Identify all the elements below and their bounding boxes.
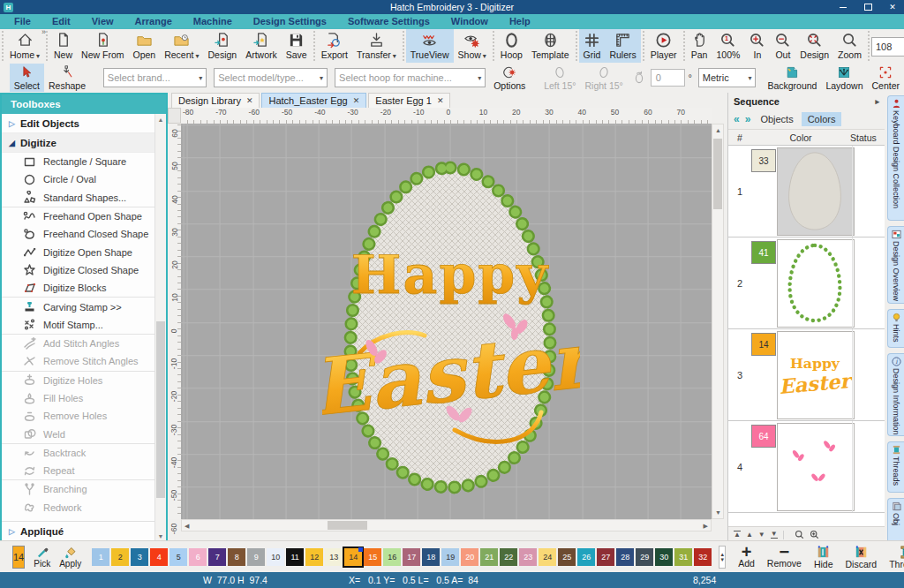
- show-button[interactable]: Show: [454, 29, 491, 63]
- laydown-button[interactable]: Laydown: [821, 64, 867, 92]
- palette-swatch[interactable]: 23: [519, 548, 537, 566]
- recent-button[interactable]: Recent: [160, 29, 203, 63]
- palette-swatch[interactable]: 12: [305, 548, 323, 566]
- minimize-button[interactable]: [837, 2, 849, 12]
- toolbox-group-applique[interactable]: ▷ Appliqué: [2, 521, 155, 541]
- move-down-icon[interactable]: ▼: [758, 531, 765, 539]
- scrollbar-thumb[interactable]: [156, 321, 165, 498]
- palette-swatch[interactable]: 4: [150, 548, 168, 566]
- tab-hatch-easter-egg[interactable]: Hatch_Easter Egg✕: [261, 93, 366, 108]
- palette-swatch[interactable]: 7: [208, 548, 226, 566]
- palette-swatch[interactable]: 16: [383, 548, 401, 566]
- move-to-top-icon[interactable]: ▲: [734, 531, 741, 539]
- sequence-row[interactable]: 4 64: [728, 421, 885, 513]
- easter-egg-design[interactable]: Happy Easter: [322, 161, 580, 494]
- palette-swatch[interactable]: 25: [558, 548, 576, 566]
- tab-design-information[interactable]: i Design Information: [887, 353, 904, 436]
- move-to-bottom-icon[interactable]: ▼: [771, 531, 778, 539]
- scroll-left-icon[interactable]: ◀: [185, 523, 189, 530]
- tab-threads[interactable]: Threads: [887, 441, 904, 493]
- tool-remove-holes[interactable]: Remove Holes: [2, 407, 155, 425]
- tab-keyboard-design-collection[interactable]: Keyboard Design Collection: [887, 95, 904, 221]
- close-button[interactable]: ✕: [886, 2, 899, 12]
- toolbox-group-edit-objects[interactable]: ▷ Edit Objects: [2, 114, 155, 133]
- threads-button[interactable]: Threads: [889, 546, 904, 569]
- export-button[interactable]: Export: [317, 29, 352, 63]
- design-canvas[interactable]: Happy Easter: [181, 124, 712, 519]
- pan-button[interactable]: Pan: [687, 29, 712, 63]
- palette-swatch[interactable]: 13: [325, 548, 343, 566]
- add-color-button[interactable]: + Add: [738, 546, 755, 569]
- palette-swatch[interactable]: 6: [189, 548, 207, 566]
- palette-swatch[interactable]: 18: [422, 548, 440, 566]
- grid-toggle[interactable]: Grid: [579, 29, 606, 63]
- current-color-swatch[interactable]: 14: [12, 546, 25, 569]
- insert-artwork-button[interactable]: Artwork: [241, 29, 282, 63]
- select-tool-button[interactable]: Select: [10, 64, 44, 92]
- pick-color-button[interactable]: Pick: [34, 546, 50, 569]
- tool-rectangle-square[interactable]: Rectangle / Square: [2, 153, 155, 170]
- palette-spinner[interactable]: ▲ ▼: [719, 546, 726, 569]
- tool-standard-shapes[interactable]: Standard Shapes...: [2, 189, 155, 207]
- object-thumbnail[interactable]: Happy Easter: [777, 331, 855, 419]
- palette-swatch[interactable]: 24: [539, 548, 556, 566]
- close-icon[interactable]: ✕: [437, 96, 444, 105]
- menu-item[interactable]: File: [4, 14, 41, 29]
- palette-swatch[interactable]: 9: [247, 548, 265, 566]
- canvas-vertical-scrollbar[interactable]: ▲ ▼: [712, 124, 724, 519]
- menu-item[interactable]: Help: [499, 14, 541, 29]
- home-button[interactable]: Home: [5, 29, 44, 63]
- zoom-all-icon[interactable]: [810, 530, 819, 539]
- model-select[interactable]: Select model/type...▾: [214, 68, 328, 87]
- rulers-toggle[interactable]: Rulers: [605, 29, 640, 63]
- open-button[interactable]: Open: [128, 29, 160, 63]
- menu-item[interactable]: View: [81, 14, 124, 29]
- save-button[interactable]: Save: [282, 29, 312, 63]
- color-swatch[interactable]: 33: [751, 149, 776, 172]
- zoom-selected-icon[interactable]: [795, 530, 804, 539]
- palette-swatch[interactable]: 22: [500, 548, 517, 566]
- sequence-row[interactable]: 1 33: [728, 146, 885, 237]
- scroll-down-icon[interactable]: ▼: [715, 509, 721, 516]
- tab-hints[interactable]: Hints: [887, 309, 904, 349]
- scroll-left-icon[interactable]: «: [732, 113, 742, 125]
- tool-digitize-closed-shape[interactable]: Digitize Closed Shape: [2, 261, 155, 279]
- palette-swatch[interactable]: 3: [131, 548, 148, 566]
- color-swatch[interactable]: 64: [751, 425, 776, 448]
- apply-color-button[interactable]: Apply: [59, 546, 81, 569]
- rotate-angle-input[interactable]: 0: [651, 69, 686, 87]
- palette-swatch[interactable]: 2: [111, 548, 129, 566]
- color-swatch[interactable]: 14: [751, 333, 776, 356]
- palette-swatch[interactable]: 10: [267, 548, 284, 566]
- tool-redwork[interactable]: Redwork: [2, 499, 155, 516]
- menu-item[interactable]: Edit: [41, 14, 81, 29]
- palette-swatch[interactable]: 27: [597, 548, 614, 566]
- tool-carving-stamp[interactable]: Carving Stamp >>: [2, 297, 155, 315]
- zoom-level-combo[interactable]: 108▾: [871, 37, 904, 57]
- maximize-button[interactable]: [862, 2, 874, 12]
- palette-swatch[interactable]: 5: [170, 548, 187, 566]
- tab-design-library[interactable]: Design Library✕: [171, 93, 260, 108]
- hide-colors-button[interactable]: Hide: [814, 546, 833, 569]
- brand-select[interactable]: Select brand...▾: [103, 68, 207, 87]
- scroll-up-icon[interactable]: ▲: [155, 114, 166, 124]
- tab-easter-egg-1[interactable]: Easter Egg 1✕: [368, 93, 450, 108]
- rotate-custom-button[interactable]: [628, 64, 651, 92]
- scroll-right-icon[interactable]: ▶: [704, 523, 708, 530]
- palette-swatch[interactable]: 8: [228, 548, 245, 566]
- hoop-select[interactable]: Select hoop for machine...▾: [335, 68, 486, 87]
- object-thumbnail[interactable]: [777, 423, 855, 511]
- player-button[interactable]: Player: [646, 29, 682, 63]
- tool-freehand-open-shape[interactable]: Freehand Open Shape: [2, 207, 155, 225]
- close-icon[interactable]: ✕: [246, 96, 253, 105]
- palette-swatch[interactable]: 30: [655, 548, 673, 566]
- remove-color-button[interactable]: − Remove: [767, 546, 802, 569]
- new-button[interactable]: New: [49, 29, 77, 63]
- hoop-options-button[interactable]: Options: [489, 64, 530, 92]
- panel-menu-icon[interactable]: ▸: [875, 97, 879, 106]
- zoom-out-button[interactable]: Out: [770, 29, 795, 63]
- menu-item[interactable]: Software Settings: [337, 14, 441, 29]
- palette-swatch[interactable]: 20: [461, 548, 478, 566]
- scroll-up-icon[interactable]: ▲: [715, 127, 721, 133]
- center-button[interactable]: Center: [867, 64, 904, 92]
